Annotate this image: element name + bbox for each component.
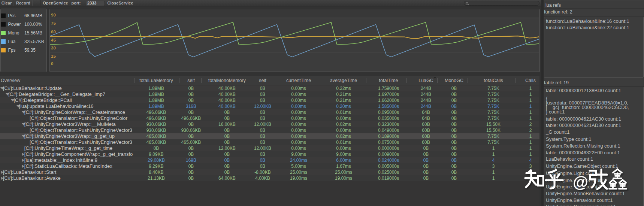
svg-text:@: @ [573, 173, 588, 191]
